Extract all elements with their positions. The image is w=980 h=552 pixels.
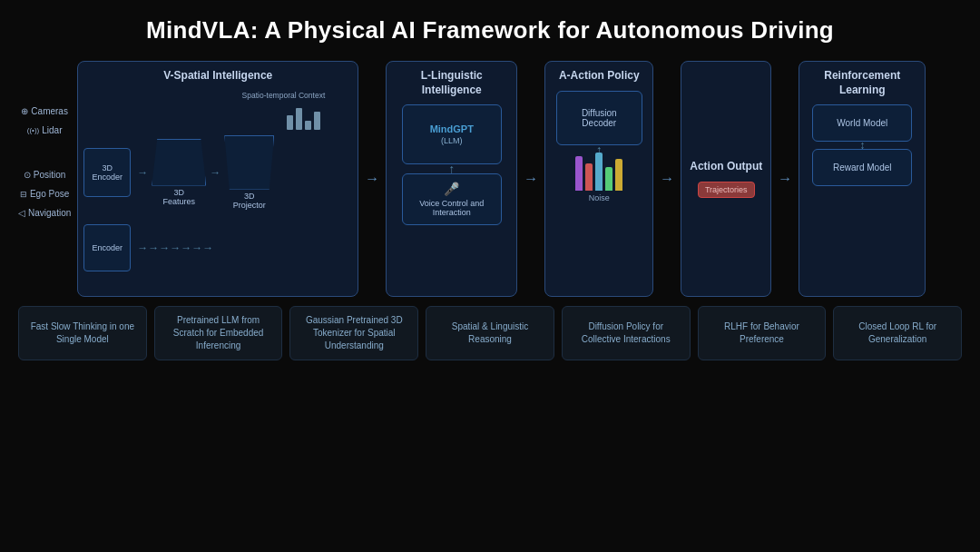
bottom-cards-row: Fast Slow Thinking in one Single Model P… [18, 306, 962, 360]
position-icon: ⊙ [24, 170, 31, 180]
bar4 [314, 112, 320, 130]
bottom-card-5: RLHF for Behavior Preference [698, 306, 827, 360]
features-trapezoid [152, 139, 206, 186]
diffusion-line2: Decoder [582, 118, 616, 128]
llm-label: (LLM) [441, 136, 463, 145]
diffusion-line1: Diffusion [582, 108, 617, 118]
vspatial-bottom-row: Encoder →→→→→→→ [83, 224, 352, 271]
world-model-block: World Model [812, 104, 912, 142]
bottom-card-0: Fast Slow Thinking in one Single Model [18, 306, 147, 360]
arrow-enc-feat: → [137, 166, 148, 179]
noise-bar-1 [575, 156, 583, 191]
vspatial-top-row: 3DEncoder → 3DFeatures → 3DProjector [83, 135, 352, 210]
bar1 [287, 115, 293, 130]
bottom-card-3: Spatial & Linguistic Reasoning [426, 306, 554, 360]
projector-label: 3DProjector [233, 192, 266, 210]
features-3d-container: 3DFeatures [152, 139, 206, 206]
page-title: MindVLA: A Physical AI Framework for Aut… [18, 16, 962, 44]
noise-bar-3 [595, 153, 603, 191]
bottom-card-2: Gaussian Pretrained 3D Tokenizer for Spa… [289, 306, 418, 360]
encoder-top-block: 3DEncoder [83, 148, 133, 197]
bottom-card-1: Pretrained LLM from Scratch for Embedded… [154, 306, 283, 360]
signal-bars-visual [287, 104, 320, 130]
input-ego-pose: ⊟ Ego Pose [20, 189, 69, 199]
arrow-action-output: → [660, 171, 674, 187]
projector-3d-container: 3DProjector [224, 135, 274, 210]
ego-pose-icon: ⊟ [20, 190, 27, 199]
arrow-output-rl: → [778, 171, 792, 187]
rl-section: ReinforcementLearning World Model ↕ Rewa… [799, 61, 926, 297]
bottom-card-6: Closed Loop RL for Generalization [833, 306, 962, 360]
up-arrow-voice: ↑ [448, 164, 455, 173]
vspatial-title: V-Spatial Intelligence [163, 69, 272, 84]
bottom-card-4: Diffusion Policy for Collective Interact… [562, 306, 691, 360]
world-model-label: World Model [837, 118, 887, 128]
vspatial-section: V-Spatial Intelligence Spatio-temporal C… [77, 61, 358, 297]
output-title: Action Output [690, 160, 762, 174]
noise-bar-5 [615, 159, 622, 191]
noise-bars [575, 154, 622, 191]
navigation-icon: ◁ [18, 208, 25, 218]
reward-model-label: Reward Model [833, 163, 891, 172]
arrow-linguistic-action: → [524, 171, 538, 187]
voice-label: Voice Control andInteraction [408, 199, 495, 217]
input-navigation: ◁ Navigation [18, 208, 71, 218]
encoder-bottom-container: Encoder [83, 224, 133, 271]
noise-label: Noise [589, 193, 610, 202]
inputs-column: ⊕ Cameras ((•)) Lidar ⊙ Position ⊟ Ego P… [18, 106, 71, 297]
encoder-3d-label: 3DEncoder [83, 148, 131, 197]
mindgpt-block: MindGPT (LLM) [402, 104, 502, 164]
trajectories-badge: Trajectories [698, 182, 755, 198]
action-title: A-Action Policy [559, 69, 640, 84]
features-label: 3DFeatures [163, 188, 196, 206]
projector-trapezoid [224, 135, 274, 190]
mindgpt-label: MindGPT [430, 123, 474, 134]
action-section: A-Action Policy Diffusion Decoder ↑ Nois… [544, 61, 653, 297]
linguistic-title: L-LinguisticIntelligence [421, 69, 483, 97]
input-cameras: ⊕ Cameras [21, 106, 68, 116]
input-lidar: ((•)) Lidar [27, 125, 63, 135]
rl-title: ReinforcementLearning [824, 69, 900, 97]
encoder-bottom-block: Encoder [83, 224, 131, 271]
noise-bar-2 [585, 163, 593, 191]
output-section: Action Output Trajectories [681, 61, 771, 297]
linguistic-section: L-LinguisticIntelligence MindGPT (LLM) ↑… [386, 61, 517, 297]
input-position: ⊙ Position [24, 170, 66, 180]
arrow-feat-proj: → [210, 166, 220, 179]
reward-model-block: Reward Model [812, 149, 912, 186]
arrow-vspatial-linguistic: → [365, 171, 379, 187]
page-container: MindVLA: A Physical AI Framework for Aut… [18, 16, 962, 360]
bar2 [296, 108, 302, 130]
diffusion-block: Diffusion Decoder [556, 91, 642, 145]
spatio-label: Spatio-temporal Context [242, 91, 326, 100]
double-arrow-rl: ↕ [859, 142, 865, 149]
noise-bar-4 [605, 167, 612, 191]
camera-icon: ⊕ [21, 106, 28, 116]
trajectories-label: Trajectories [705, 185, 748, 194]
diagram-row: ⊕ Cameras ((•)) Lidar ⊙ Position ⊟ Ego P… [18, 61, 962, 297]
voice-icon: 🎤 [408, 182, 495, 196]
lidar-icon: ((•)) [27, 126, 39, 134]
arrow-enc2: →→→→→→→ [137, 242, 213, 254]
bar3 [305, 121, 311, 130]
voice-block: 🎤 Voice Control andInteraction [402, 173, 502, 225]
